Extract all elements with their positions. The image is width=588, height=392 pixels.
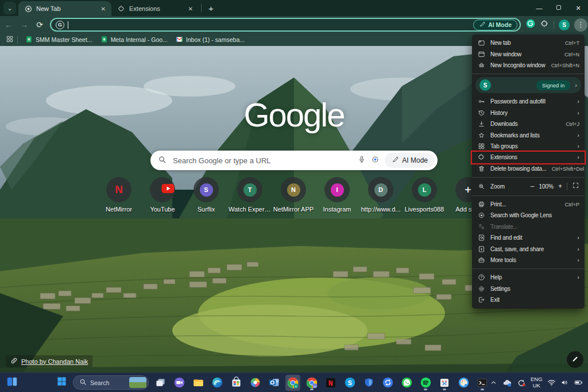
menu-item[interactable]: History › bbox=[472, 107, 585, 118]
menu-item[interactable]: Downloads Ctrl+J › bbox=[472, 118, 585, 129]
menu-item[interactable]: Extensions › bbox=[472, 152, 585, 163]
menu-button[interactable]: ⋮ bbox=[574, 18, 587, 32]
menu-item[interactable]: Tab groups › bbox=[472, 141, 585, 152]
menu-item[interactable]: Help › bbox=[472, 272, 585, 283]
menu-item[interactable]: New Incognito window Ctrl+Shift+N › bbox=[472, 60, 585, 71]
tab-close-icon[interactable]: ✕ bbox=[100, 5, 107, 13]
taskbar-app[interactable] bbox=[437, 375, 452, 391]
menu-item[interactable]: Bookmarks and lists › bbox=[472, 129, 585, 140]
search-input[interactable] bbox=[172, 156, 353, 166]
taskbar-app[interactable] bbox=[229, 375, 243, 391]
menu-item[interactable]: Search with Google Lens › bbox=[472, 210, 585, 221]
tray-chevron-icon[interactable] bbox=[490, 379, 497, 386]
taskbar-app[interactable] bbox=[266, 375, 281, 391]
back-button[interactable]: ← bbox=[2, 18, 16, 32]
ai-mode-chip[interactable]: AI Mode bbox=[473, 20, 517, 30]
photos-icon bbox=[249, 376, 261, 389]
menu-item[interactable]: Translate... › bbox=[472, 221, 585, 232]
shortcut-tile[interactable]: YouTube bbox=[141, 177, 184, 213]
minimize-button[interactable]: — bbox=[529, 0, 549, 16]
shortcut-tile[interactable]: T Watch Experi... bbox=[228, 177, 272, 213]
onedrive-icon[interactable] bbox=[502, 378, 512, 388]
tab-close-icon[interactable]: ✕ bbox=[187, 5, 194, 13]
menu-item[interactable]: Cast, save, and share › bbox=[472, 243, 585, 254]
system-tray: ENGUK 5:07 PM1/28/2026 3 bbox=[490, 375, 588, 390]
attribution-link[interactable]: Photo by Chandan Naik bbox=[6, 355, 92, 367]
taskbar-app[interactable] bbox=[210, 375, 225, 391]
menu-item[interactable]: New window Ctrl+N › bbox=[472, 48, 585, 59]
grammarly-icon[interactable] bbox=[525, 18, 536, 31]
tab-new-tab[interactable]: New Tab ✕ bbox=[18, 1, 111, 16]
zoom-in-button[interactable]: + bbox=[558, 182, 562, 190]
taskbar-app[interactable] bbox=[323, 375, 338, 391]
taskbar-app[interactable] bbox=[399, 375, 414, 391]
taskbar-app[interactable]: S bbox=[342, 375, 357, 391]
taskbar-app[interactable] bbox=[191, 375, 206, 391]
bookmark-item[interactable]: Inbox (1) - samseba... bbox=[172, 36, 249, 44]
shortcut-tile[interactable]: I Instagram bbox=[315, 177, 359, 213]
tab-search-button[interactable]: ⌄ bbox=[3, 2, 16, 14]
menu-item[interactable]: Settings › bbox=[472, 283, 585, 294]
menu-item[interactable]: Print... Ctrl+P › bbox=[472, 199, 585, 210]
shortcut-tile[interactable]: L Livesports088 bbox=[403, 177, 446, 213]
new-tab-button[interactable]: + bbox=[204, 3, 218, 13]
edge-icon bbox=[211, 376, 223, 389]
menu-item[interactable]: Exit › bbox=[472, 294, 585, 305]
wifi-icon[interactable] bbox=[547, 378, 556, 387]
apps-grid-icon[interactable] bbox=[6, 35, 14, 44]
omnibox[interactable]: G AI Mode bbox=[50, 18, 521, 32]
menu-item[interactable]: Delete browsing data... Ctrl+Shift+Del › bbox=[472, 163, 585, 174]
shortcut-tile[interactable]: D http://www.d... bbox=[359, 177, 403, 213]
ai-mode-chip-ntp[interactable]: AI Mode bbox=[385, 153, 435, 168]
shortcut-label: NetMirror bbox=[106, 206, 132, 213]
pencil-icon bbox=[571, 355, 579, 365]
lens-icon[interactable] bbox=[371, 155, 380, 166]
menu-item[interactable]: Passwords and autofill › bbox=[472, 96, 585, 107]
widgets-button[interactable] bbox=[6, 375, 18, 390]
taskbar-app[interactable]: s bbox=[285, 375, 300, 391]
reload-button[interactable]: ⟳ bbox=[33, 18, 47, 32]
bookmark-item[interactable]: Meta Internal - Goo... bbox=[96, 36, 172, 44]
menu-section-3: Print... Ctrl+P › Search with Google Len… bbox=[472, 199, 585, 266]
ntp-search-box[interactable]: AI Mode bbox=[150, 151, 438, 170]
close-button[interactable]: ✕ bbox=[568, 0, 588, 16]
tab-extensions[interactable]: Extensions ✕ bbox=[111, 1, 199, 16]
taskbar-app[interactable] bbox=[153, 375, 168, 391]
taskbar-app[interactable]: u bbox=[304, 375, 319, 391]
mic-icon[interactable] bbox=[358, 155, 366, 166]
taskbar-apps: s u S bbox=[153, 375, 490, 391]
shortcut-tile[interactable]: S Surflix bbox=[184, 177, 228, 213]
taskbar-app[interactable] bbox=[361, 375, 376, 391]
bookmark-item[interactable]: SMM Master Sheet... bbox=[21, 36, 96, 44]
language-indicator[interactable]: ENGUK bbox=[531, 376, 543, 389]
taskbar-app[interactable] bbox=[456, 375, 471, 391]
shortcut-tile[interactable]: N NetMirror APP bbox=[272, 177, 315, 213]
volume-icon[interactable] bbox=[560, 378, 569, 387]
taskbar-app[interactable] bbox=[247, 375, 262, 391]
battery-icon[interactable] bbox=[574, 378, 583, 387]
taskbar-app[interactable] bbox=[380, 375, 395, 391]
fullscreen-button[interactable] bbox=[572, 181, 579, 191]
customize-chrome-button[interactable] bbox=[567, 351, 583, 368]
taskbar-app[interactable] bbox=[475, 375, 490, 391]
url-input[interactable] bbox=[68, 20, 473, 29]
taskbar-app[interactable] bbox=[172, 375, 187, 391]
taskbar-app[interactable] bbox=[418, 375, 433, 391]
sync-recording-icon[interactable] bbox=[517, 378, 526, 387]
menu-item[interactable]: New tab Ctrl+T › bbox=[472, 37, 585, 48]
maximize-button[interactable] bbox=[549, 0, 568, 16]
menu-item[interactable]: More tools › bbox=[472, 255, 585, 266]
chevron-right-icon: › bbox=[577, 274, 579, 280]
taskbar-search-label: Search bbox=[90, 379, 109, 386]
menu-item[interactable]: Find and edit › bbox=[472, 232, 585, 243]
profile-avatar[interactable]: S bbox=[559, 20, 570, 30]
shortcut-circle bbox=[150, 177, 175, 202]
taskbar-search[interactable]: Search bbox=[73, 375, 149, 390]
extensions-toolbar-icon[interactable] bbox=[540, 20, 549, 30]
zoom-out-button[interactable]: – bbox=[531, 182, 535, 190]
start-button[interactable] bbox=[54, 375, 69, 391]
shortcut-tile[interactable]: N NetMirror bbox=[97, 177, 141, 213]
shortcuts-row: N NetMirror YouTube S bbox=[97, 177, 493, 213]
forward-button[interactable]: → bbox=[17, 18, 31, 32]
signed-in-row[interactable]: S Signed in › bbox=[475, 77, 581, 93]
